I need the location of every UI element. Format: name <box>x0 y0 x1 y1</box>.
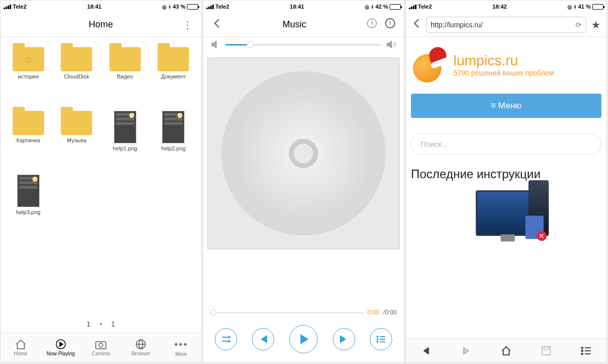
back-button[interactable] <box>409 18 424 31</box>
time-duration: /0:00 <box>383 309 397 316</box>
time-current: 0:00 <box>367 309 379 316</box>
error-icon: ✕ <box>537 231 547 241</box>
skip-next-icon <box>339 335 349 343</box>
list-icon <box>581 347 592 355</box>
progress-slider[interactable] <box>210 312 363 313</box>
home-icon <box>501 346 512 356</box>
tab-camera[interactable]: Camera <box>81 333 121 362</box>
browser-toolbar: http://lumpics.ru/ ⟳ ★ <box>406 13 606 37</box>
search-input[interactable]: Поиск... <box>411 133 601 155</box>
page-title: Home <box>22 19 180 30</box>
svg-rect-1 <box>96 342 106 349</box>
triangle-right-icon <box>462 346 471 355</box>
next-button[interactable] <box>333 328 355 350</box>
hamburger-icon: ≡ <box>491 101 499 110</box>
page-total: 1 <box>111 320 115 328</box>
svg-rect-9 <box>542 347 550 355</box>
nav-forward-button[interactable] <box>459 344 473 358</box>
play-button[interactable] <box>289 325 318 353</box>
back-button[interactable] <box>209 18 224 31</box>
header: Home ⋮ <box>1 13 201 37</box>
battery-icon <box>390 4 401 10</box>
more-menu-button[interactable]: ⋮ <box>180 19 195 31</box>
refresh-songs-button[interactable] <box>383 18 398 31</box>
file-grid: ◷ история CloudDisk Видео Документ Карти… <box>1 37 201 316</box>
menu-list-button[interactable] <box>579 344 593 358</box>
tab-more[interactable]: ••• More <box>161 333 201 362</box>
status-bar: Tele2 18:41 ◎ ᚼ 42 % <box>203 1 404 13</box>
browser-bottom-bar <box>406 338 606 362</box>
battery-icon <box>592 4 603 10</box>
menu-button[interactable]: ≡ Меню <box>411 94 601 118</box>
skip-prev-icon <box>258 335 268 343</box>
svg-rect-10 <box>544 347 548 350</box>
disc-icon <box>221 71 385 235</box>
alarm-icon: ◎ <box>365 4 369 10</box>
section-heading: Последние инструкции <box>411 167 601 181</box>
alarm-icon: ◎ <box>162 4 167 10</box>
album-art-frame <box>203 52 404 255</box>
bookmark-button[interactable]: ★ <box>588 19 603 31</box>
bluetooth-icon: ᚼ <box>574 4 577 10</box>
pager: 1 • 1 <box>1 316 201 332</box>
svg-point-2 <box>99 343 103 347</box>
volume-row <box>203 37 404 52</box>
folder-clouddisk[interactable]: CloudDisk <box>54 47 100 108</box>
folder-document[interactable]: Документ <box>151 47 197 108</box>
svg-point-11 <box>581 347 583 349</box>
page-current: 1 <box>87 320 91 328</box>
tab-bar: Home Now Playing Camera Browser ••• More <box>1 332 201 362</box>
carrier-label: Tele2 <box>13 4 26 10</box>
file-help1[interactable]: help1.png <box>102 111 148 172</box>
history-button[interactable] <box>364 18 379 31</box>
tab-home[interactable]: Home <box>1 333 41 362</box>
shuffle-button[interactable] <box>215 328 237 350</box>
tab-now-playing[interactable]: Now Playing <box>41 333 81 362</box>
save-button[interactable] <box>539 344 553 358</box>
alarm-icon: ◎ <box>567 4 572 10</box>
svg-point-13 <box>581 353 583 355</box>
home-icon <box>15 339 27 350</box>
screen-music: Tele2 18:41 ◎ ᚼ 42 % Music <box>203 0 404 363</box>
clock-icon <box>366 18 377 29</box>
play-circle-icon <box>55 339 67 350</box>
battery-pct: 42 % <box>375 4 388 10</box>
status-bar: Tele2 18:41 ◎ ᚼ 43 % <box>1 1 201 13</box>
pager-dot-icon: • <box>93 320 109 328</box>
ellipsis-icon: ••• <box>174 339 188 350</box>
bluetooth-icon: ᚼ <box>371 4 374 10</box>
carrier-label: Tele2 <box>418 4 432 10</box>
folder-video[interactable]: Видео <box>102 47 148 108</box>
prev-button[interactable] <box>252 328 274 350</box>
svg-point-7 <box>376 338 378 340</box>
status-bar: Tele2 18:42 ◎ ᚼ 41 % <box>406 1 606 13</box>
signal-icon <box>409 5 416 9</box>
chevron-left-icon <box>412 18 421 28</box>
brand-tagline: 5790 решений ваших проблем <box>453 69 554 77</box>
signal-icon <box>206 5 214 9</box>
clock-label: 18:42 <box>492 4 507 10</box>
nav-home-button[interactable] <box>499 344 513 358</box>
url-field[interactable]: http://lumpics.ru/ ⟳ <box>426 17 586 33</box>
nav-back-button[interactable] <box>419 344 433 358</box>
camera-icon <box>94 339 107 350</box>
file-help2[interactable]: help2.png <box>151 111 197 172</box>
folder-picture[interactable]: Картинка <box>6 111 51 172</box>
battery-pct: 43 % <box>173 4 185 10</box>
play-icon <box>300 334 309 344</box>
clock-icon: ◷ <box>25 55 32 64</box>
playlist-button[interactable] <box>370 328 392 350</box>
folder-history[interactable]: ◷ история <box>6 47 51 108</box>
file-help3[interactable]: help3.png <box>6 175 51 235</box>
bluetooth-icon: ᚼ <box>168 4 171 10</box>
tab-browser[interactable]: Browser <box>121 333 161 362</box>
volume-slider[interactable] <box>225 44 381 46</box>
list-icon <box>376 335 386 343</box>
chevron-left-icon <box>213 18 221 28</box>
folder-music[interactable]: Музыка <box>54 111 100 172</box>
player-controls <box>203 318 404 362</box>
reload-icon[interactable]: ⟳ <box>572 21 582 29</box>
site-logo <box>413 47 448 83</box>
volume-low-icon <box>210 40 220 49</box>
brand-name: lumpics.ru <box>453 53 554 69</box>
